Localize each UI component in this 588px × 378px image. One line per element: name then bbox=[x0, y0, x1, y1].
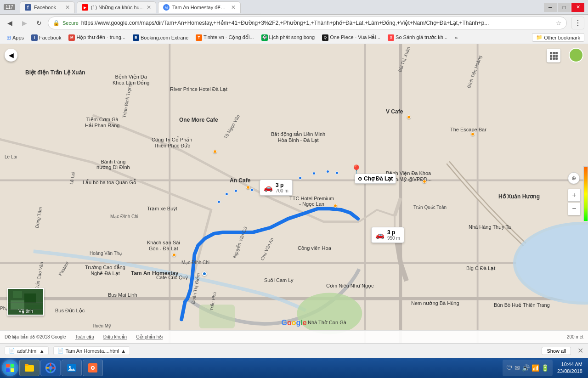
route-dot-10 bbox=[335, 171, 339, 175]
photos-icon bbox=[66, 362, 77, 373]
network-tray-icon: 📶 bbox=[531, 364, 539, 372]
download-bar: 📄 adsf.html ▲ 📄 Tam An Homesta....html ▲… bbox=[0, 343, 588, 358]
bookmark-gmail[interactable]: M Hộp thư đến - trung... bbox=[66, 34, 128, 42]
bookmark-booking[interactable]: B Booking.com Extranc bbox=[130, 34, 191, 42]
gmail-favicon: M bbox=[68, 34, 75, 41]
svg-rect-23 bbox=[13, 291, 22, 298]
taskbar-paint[interactable] bbox=[83, 360, 103, 376]
url-text: https://www.google.com/maps/dir/Tam+An+H… bbox=[81, 20, 553, 26]
destination-dot-icon: ⊙ bbox=[358, 176, 362, 182]
bookmark-compare[interactable]: S So Sánh giá trước kh... bbox=[385, 34, 450, 42]
svg-rect-14 bbox=[553, 52, 555, 54]
taskbar-explorer[interactable] bbox=[19, 360, 40, 376]
volume-tray-icon[interactable]: 🔊 bbox=[522, 364, 530, 372]
taskbar-photos[interactable] bbox=[62, 360, 82, 376]
tab-favicon-facebook: f bbox=[25, 4, 31, 11]
tab-close-youtube[interactable]: ✕ bbox=[147, 4, 151, 11]
footer-feedback[interactable]: Gửi phản hồi bbox=[136, 334, 163, 339]
svg-rect-20 bbox=[553, 57, 555, 60]
battery-tray-icon: 🔋 bbox=[541, 364, 549, 372]
bookmark-onepiece[interactable]: Q One Piece - Vua Hải... bbox=[319, 34, 383, 42]
layers-button[interactable] bbox=[547, 49, 560, 62]
map-container[interactable]: Biệt điện Trần Lệ Xuân Bệnh Viện ĐaKhoa … bbox=[0, 44, 588, 343]
dot-v-cafe bbox=[407, 115, 411, 119]
other-bookmarks-label: Other bookmark bbox=[544, 35, 580, 40]
secure-icon: 🔒 bbox=[53, 20, 60, 26]
svg-rect-29 bbox=[6, 364, 10, 367]
clock-time: 10:44 AM bbox=[557, 361, 582, 368]
origin-pin bbox=[202, 271, 207, 276]
footer-terms[interactable]: Toàn cầu bbox=[75, 334, 94, 339]
close-downloads-icon[interactable]: ✕ bbox=[577, 346, 583, 355]
tab-close-facebook[interactable]: ✕ bbox=[65, 4, 70, 11]
svg-rect-31 bbox=[6, 368, 10, 372]
taskbar-chrome[interactable] bbox=[40, 360, 61, 376]
user-area bbox=[569, 48, 583, 62]
clock: 10:44 AM 23/08/2018 bbox=[554, 361, 586, 375]
compass-button[interactable]: ⊕ bbox=[568, 172, 580, 184]
forward-button[interactable]: ▶ bbox=[18, 17, 30, 29]
svg-rect-34 bbox=[25, 364, 28, 366]
tab-youtube[interactable]: ▶ (1) Những ca khúc hu... ✕ bbox=[77, 1, 156, 13]
bookmark-facebook[interactable]: f Facebook bbox=[28, 34, 64, 42]
satellite-thumbnail[interactable]: Vệ tinh bbox=[7, 288, 44, 316]
dot-escape-bar bbox=[471, 132, 475, 136]
route-dot-4 bbox=[250, 188, 254, 192]
address-bar[interactable]: 🔒 Secure https://www.google.com/maps/dir… bbox=[48, 17, 567, 29]
layers-icon bbox=[549, 51, 558, 60]
route-box-primary: 🚗 3 p 700 m bbox=[260, 180, 293, 196]
tab-label-maps: Tam An Homestay đến C bbox=[172, 5, 228, 11]
route-distance-2: 950 m bbox=[387, 236, 400, 241]
windows-logo bbox=[6, 363, 15, 372]
minimize-button[interactable]: ─ bbox=[544, 3, 557, 12]
system-tray: 🛡 ✉ 🔊 📶 🔋 bbox=[503, 360, 553, 376]
map-zoom-controls: ⊕ + − bbox=[568, 172, 581, 215]
back-button[interactable]: ◀ bbox=[4, 17, 16, 29]
download-chevron-2[interactable]: ▲ bbox=[121, 348, 126, 354]
download-item-1[interactable]: 📄 adsf.html ▲ bbox=[5, 346, 49, 355]
dot-benh-vien-hoan-my bbox=[423, 180, 426, 183]
bookmark-apps-label: Apps bbox=[12, 35, 24, 40]
bookmark-more[interactable]: » bbox=[452, 34, 460, 41]
zoom-out-button[interactable]: − bbox=[568, 203, 581, 215]
extensions-button[interactable]: ⋮ bbox=[571, 17, 584, 29]
google-o2: o bbox=[292, 319, 296, 327]
user-avatar[interactable] bbox=[569, 48, 583, 62]
bookmark-more-label: » bbox=[455, 35, 458, 40]
tab-facebook[interactable]: f Facebook ✕ bbox=[20, 1, 75, 13]
google-g: G bbox=[281, 319, 287, 327]
route-box-secondary: 🚗 3 p 950 m bbox=[371, 227, 404, 243]
download-chevron-1[interactable]: ▲ bbox=[40, 348, 45, 354]
svg-rect-30 bbox=[11, 364, 14, 367]
other-bookmarks-folder[interactable]: 📁 Other bookmark bbox=[532, 33, 584, 42]
tab-close-maps[interactable]: ✕ bbox=[231, 4, 236, 11]
close-button[interactable]: ✕ bbox=[571, 3, 584, 12]
show-all-button[interactable]: Show all bbox=[542, 347, 571, 355]
start-button[interactable] bbox=[2, 360, 18, 376]
bookmark-gmail-label: Hộp thư đến - trung... bbox=[76, 34, 125, 40]
bookmark-apps[interactable]: ⊞ Apps bbox=[4, 34, 27, 42]
booking-favicon: B bbox=[133, 34, 139, 41]
bookmark-star-icon[interactable]: ☆ bbox=[556, 19, 562, 27]
svg-rect-19 bbox=[550, 57, 552, 60]
zoom-in-button[interactable]: + bbox=[568, 189, 581, 202]
route-dot-8 bbox=[312, 172, 316, 175]
back-to-overview-button[interactable]: ◀ bbox=[5, 49, 17, 62]
destination-label: ⊙ Chợ Đà Lạt bbox=[355, 174, 396, 184]
bookmark-tinhte[interactable]: T Tinhte.vn - Cộng đổi... bbox=[193, 34, 257, 42]
browser-window: 117 f Facebook ✕ ▶ (1) Những ca khúc hu.… bbox=[0, 0, 588, 378]
bookmark-sport[interactable]: ⚽ Lịch phát song bong bbox=[259, 34, 318, 42]
google-o1: o bbox=[287, 319, 292, 327]
footer-privacy[interactable]: Điều khoản bbox=[103, 334, 127, 339]
color-scale bbox=[583, 166, 588, 221]
tab-maps[interactable]: M Tam An Homestay đến C ✕ bbox=[158, 1, 241, 13]
bookmark-booking-label: Booking.com Extranc bbox=[141, 35, 188, 40]
maximize-button[interactable]: □ bbox=[558, 3, 571, 12]
refresh-button[interactable]: ↻ bbox=[33, 17, 45, 29]
paint-icon bbox=[87, 362, 98, 373]
svg-point-11 bbox=[297, 293, 362, 334]
download-icon-2: 📄 bbox=[57, 348, 64, 354]
chrome-icon bbox=[45, 362, 56, 373]
title-bar: 117 f Facebook ✕ ▶ (1) Những ca khúc hu.… bbox=[0, 0, 588, 15]
download-item-2[interactable]: 📄 Tam An Homesta....html ▲ bbox=[53, 346, 130, 355]
